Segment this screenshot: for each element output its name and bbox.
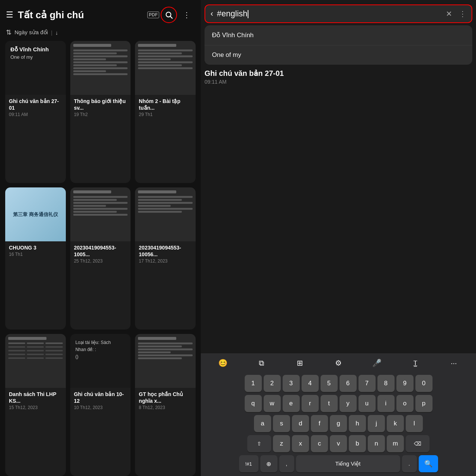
key-w[interactable]: w [264,395,281,412]
numbers-row: 1 2 3 4 5 6 7 8 9 0 [202,375,475,392]
note-card-3[interactable]: Nhóm 2 - Bài tập tuần... 29 Th1 [135,41,196,183]
key-b[interactable]: b [349,435,366,452]
key-o[interactable]: o [396,395,414,412]
key-f[interactable]: f [311,415,328,432]
keyboard-area: 😊 ⧉ ⊞ ⚙ 🎤 T̲ ··· 1 2 3 4 5 6 7 8 9 0 [201,88,476,476]
note-thumbnail-9 [135,334,196,388]
more-keyboard-button[interactable]: ··· [445,356,462,370]
grid-button[interactable]: ⊞ [292,356,309,370]
doc-line [138,58,171,60]
key-r[interactable]: r [302,395,319,412]
note-date-4: 16 Th1 [9,252,62,257]
search-enter-key[interactable]: 🔍 [419,455,438,472]
key-x[interactable]: x [292,435,309,452]
note-info-9: GT học phần Chủ nghĩa x... 8 Th12, 2023 [135,388,196,414]
key-z[interactable]: z [273,435,290,452]
note-info-8: Ghi chú văn bản 10-12 10 Th12, 2023 [70,388,131,414]
key-a[interactable]: a [254,415,271,432]
key-c[interactable]: c [311,435,328,452]
doc-line [73,64,117,66]
doc-line [73,208,128,210]
key-g[interactable]: g [330,415,347,432]
key-n[interactable]: n [368,435,385,452]
shift-key[interactable]: ⇧ [247,435,271,452]
note-info-3: Nhóm 2 - Bài tập tuần... 29 Th1 [135,95,196,121]
period-key[interactable]: . [402,455,417,472]
note-card-4[interactable]: 第三章 商务通信礼仪 CHUONG 3 16 Th1 [5,187,66,329]
key-k[interactable]: k [387,415,404,432]
emoji-button[interactable]: 😊 [215,356,232,370]
search-bar[interactable]: ‹ #english ✕ ⋮ [205,4,472,23]
doc-line [138,208,193,210]
clipboard-button[interactable]: ⧉ [253,356,270,370]
note-card-8[interactable]: Loại tài liệu: SáchNhan đề: :() Ghi chú … [70,334,131,476]
key-v[interactable]: v [330,435,347,452]
key-l[interactable]: l [406,415,423,432]
key-3[interactable]: 3 [283,375,300,392]
sort-direction-icon[interactable]: ↓ [55,29,58,36]
key-t[interactable]: t [321,395,338,412]
note-name-5: 20230419094553-1005... [74,244,127,258]
left-panel: ☰ Tất cả ghi chú PDF ⋮ ⇅ Ngày sửa đổi | … [0,0,201,476]
key-q[interactable]: q [245,395,262,412]
note-date-9: 8 Th12, 2023 [139,405,192,410]
note-date-1: 09:11 AM [9,112,62,117]
key-e[interactable]: e [283,395,300,412]
search-result-card[interactable]: Ghi chú văn bản 27-01 09:11 AM [205,68,472,85]
key-2[interactable]: 2 [264,375,281,392]
key-i[interactable]: i [377,395,395,412]
key-d[interactable]: d [292,415,309,432]
comma-key[interactable]: , [279,455,294,472]
number-symbol-key[interactable]: !#1 [239,455,258,472]
doc-line [138,64,181,66]
mic-button[interactable]: 🎤 [368,356,385,370]
clear-search-button[interactable]: ✕ [446,9,452,18]
pdf-icon[interactable]: PDF [147,12,159,18]
note-name-6: 20230419094553-10056... [139,244,192,258]
key-0[interactable]: 0 [415,375,432,392]
note-thumbnail-7 [5,334,66,388]
key-p[interactable]: p [415,395,432,412]
key-h[interactable]: h [349,415,366,432]
hamburger-icon[interactable]: ☰ [6,10,13,20]
sort-icon[interactable]: ⇅ [6,28,12,36]
space-key[interactable]: Tiếng Việt [296,455,400,472]
search-button[interactable] [161,7,177,23]
search-more-button[interactable]: ⋮ [459,9,466,18]
doc-line [138,55,193,57]
key-5[interactable]: 5 [321,375,338,392]
settings-button[interactable]: ⚙ [330,356,347,370]
note-card-5[interactable]: 20230419094553-1005... 25 Th12, 2023 [70,187,131,329]
backspace-key[interactable]: ⌫ [406,435,430,452]
suggestion-item-1[interactable]: Đỗ Vĩnh Chính [205,25,472,45]
key-8[interactable]: 8 [377,375,395,392]
globe-key[interactable]: ⊕ [260,455,277,472]
thumb-title-1: Đỗ Vĩnh Chính [10,46,49,53]
note-info-2: Thông báo giới thiệu sv... 19 Th2 [70,95,131,121]
key-6[interactable]: 6 [340,375,357,392]
key-4[interactable]: 4 [302,375,319,392]
key-j[interactable]: j [368,415,385,432]
key-7[interactable]: 7 [358,375,376,392]
key-u[interactable]: u [358,395,376,412]
key-1[interactable]: 1 [245,375,262,392]
key-9[interactable]: 9 [396,375,414,392]
doc-line [73,55,128,57]
suggestion-item-2[interactable]: One of my [205,45,472,65]
text-style-button[interactable]: T̲ [407,356,424,370]
note-card-6[interactable]: 20230419094553-10056... 17 Th12, 2023 [135,187,196,329]
note-date-5: 25 Th12, 2023 [74,258,127,264]
doc-line [73,58,106,60]
note-card-1[interactable]: Đỗ Vĩnh Chính One of my Ghi chú văn bản … [5,41,66,183]
note-card-7[interactable]: Danh sách Thi LHP KS... 15 Th12, 2023 [5,334,66,476]
search-input[interactable]: #english [217,9,442,19]
key-m[interactable]: m [387,435,404,452]
key-y[interactable]: y [340,395,357,412]
sort-label[interactable]: Ngày sửa đổi [15,29,48,36]
search-suggestions-dropdown: Đỗ Vĩnh Chính One of my [205,25,472,65]
key-s[interactable]: s [273,415,290,432]
note-card-2[interactable]: Thông báo giới thiệu sv... 19 Th2 [70,41,131,183]
more-options-button[interactable]: ⋮ [178,7,195,23]
note-card-9[interactable]: GT học phần Chủ nghĩa x... 8 Th12, 2023 [135,334,196,476]
back-button[interactable]: ‹ [210,9,213,19]
